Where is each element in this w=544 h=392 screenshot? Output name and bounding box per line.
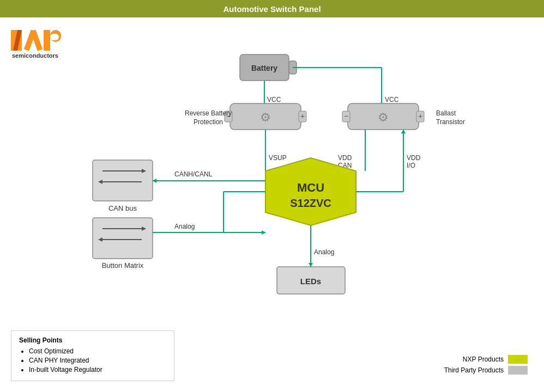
svg-text:VCC: VCC bbox=[385, 96, 399, 103]
svg-text:S12ZVC: S12ZVC bbox=[290, 197, 331, 209]
svg-text:LEDs: LEDs bbox=[300, 277, 321, 286]
legend-third-color bbox=[508, 366, 528, 375]
main-content: semiconductors Battery VCC VCC − + ⚙ bbox=[0, 17, 544, 392]
svg-marker-53 bbox=[153, 179, 156, 183]
svg-text:CAN bus: CAN bus bbox=[108, 204, 137, 212]
svg-text:⚙: ⚙ bbox=[378, 111, 389, 124]
svg-text:+: + bbox=[418, 112, 422, 120]
selling-point-2: CAN PHY Integrated bbox=[29, 357, 163, 364]
svg-text:⚙: ⚙ bbox=[260, 111, 271, 124]
selling-points-box: Selling Points Cost Optimized CAN PHY In… bbox=[11, 330, 174, 381]
legend-nxp-label: NXP Products bbox=[463, 356, 504, 363]
legend-third: Third Party Products bbox=[444, 366, 528, 375]
legend: NXP Products Third Party Products bbox=[444, 355, 528, 377]
svg-text:Analog: Analog bbox=[314, 248, 334, 256]
page-title: Automotive Switch Panel bbox=[223, 4, 321, 14]
selling-point-1: Cost Optimized bbox=[29, 347, 163, 355]
selling-points-title: Selling Points bbox=[19, 336, 163, 344]
svg-text:I/O: I/O bbox=[407, 162, 415, 169]
svg-marker-74 bbox=[401, 130, 406, 133]
svg-text:Protection: Protection bbox=[194, 118, 223, 126]
svg-text:Button Matrix: Button Matrix bbox=[102, 261, 144, 270]
svg-marker-65 bbox=[262, 230, 265, 235]
svg-text:VDD: VDD bbox=[338, 154, 352, 162]
svg-text:MCU: MCU bbox=[297, 181, 324, 194]
selling-points-list: Cost Optimized CAN PHY Integrated In-bui… bbox=[19, 347, 163, 373]
legend-nxp-color bbox=[508, 355, 528, 364]
legend-nxp: NXP Products bbox=[444, 355, 528, 364]
svg-text:CANH/CANL: CANH/CANL bbox=[174, 170, 213, 178]
svg-text:Reverse Battery: Reverse Battery bbox=[185, 109, 232, 117]
diagram: Battery VCC VCC − + ⚙ Reverse Battery Pr… bbox=[0, 17, 544, 344]
svg-text:Battery: Battery bbox=[251, 64, 277, 72]
legend-third-label: Third Party Products bbox=[444, 366, 504, 374]
svg-text:+: + bbox=[300, 112, 305, 120]
svg-text:VDD: VDD bbox=[407, 154, 421, 162]
svg-text:−: − bbox=[344, 112, 348, 120]
svg-text:Transistor: Transistor bbox=[436, 118, 465, 126]
svg-text:Analog: Analog bbox=[174, 223, 195, 230]
svg-text:VSUP: VSUP bbox=[269, 154, 287, 162]
svg-marker-70 bbox=[309, 263, 313, 267]
title-bar: Automotive Switch Panel bbox=[0, 0, 544, 17]
selling-point-3: In-built Voltage Regulator bbox=[29, 366, 163, 373]
svg-text:VCC: VCC bbox=[267, 96, 281, 103]
svg-text:Ballast: Ballast bbox=[436, 109, 456, 117]
